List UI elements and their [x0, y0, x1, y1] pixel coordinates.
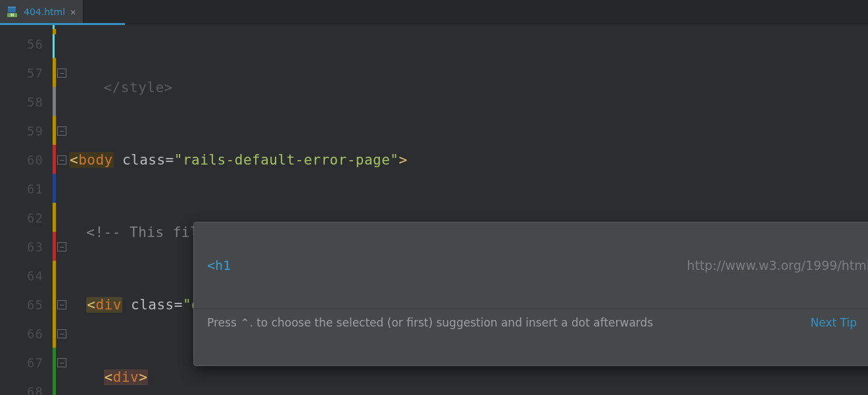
line-number[interactable]: 64: [0, 261, 53, 290]
line-number[interactable]: 56: [0, 30, 53, 59]
close-tab-icon[interactable]: ✕: [70, 7, 76, 17]
more-options-icon[interactable]: ⋮: [865, 316, 868, 330]
fold-toggle-icon[interactable]: [57, 126, 66, 136]
fold-toggle-icon[interactable]: [57, 68, 66, 78]
line-number[interactable]: 65: [0, 290, 53, 319]
fold-toggle-icon[interactable]: [57, 242, 66, 251]
line-number[interactable]: 61: [0, 174, 53, 203]
fold-toggle-icon[interactable]: [57, 300, 66, 309]
code-completion-popup: <h1 http://www.w3.org/1999/html Press ⌃.…: [193, 222, 868, 366]
code-editor[interactable]: </style> <body class="rails-default-erro…: [69, 24, 868, 395]
fold-toggle-icon[interactable]: [57, 329, 66, 338]
line-number[interactable]: 58: [0, 88, 53, 117]
tab-filename: 404.html: [24, 7, 65, 17]
svg-text:H: H: [11, 13, 14, 17]
code-line[interactable]: </style>: [69, 73, 868, 102]
completion-hint-text: Press ⌃. to choose the selected (or firs…: [207, 316, 653, 329]
fold-toggle-icon[interactable]: [57, 358, 66, 367]
line-number-gutter: 56 57 58 59 60 61 62 63 64 65 66 67 68: [0, 24, 53, 395]
line-number[interactable]: 60: [0, 145, 53, 174]
completion-item[interactable]: <h1 http://www.w3.org/1999/html: [194, 251, 868, 279]
line-number[interactable]: 66: [0, 319, 53, 348]
html-file-icon: H: [7, 6, 18, 18]
next-tip-link[interactable]: Next Tip: [811, 316, 857, 329]
completion-namespace: http://www.w3.org/1999/html: [687, 258, 868, 273]
svg-rect-1: [8, 7, 16, 8]
fold-toggle-icon[interactable]: [57, 155, 66, 165]
line-number[interactable]: 68: [0, 377, 53, 395]
completion-hint-row: Press ⌃. to choose the selected (or firs…: [194, 308, 868, 336]
completion-suggestion: <h1: [207, 257, 231, 273]
code-line[interactable]: <body class="rails-default-error-page">: [69, 145, 868, 174]
line-number[interactable]: 67: [0, 348, 53, 377]
editor-area: 56 57 58 59 60 61 62 63 64 65 66 67 68 <…: [0, 24, 868, 395]
marker-stripe: [53, 24, 57, 395]
line-number[interactable]: 57: [0, 59, 53, 88]
tab-bar: H 404.html ✕: [0, 0, 868, 24]
line-number[interactable]: 62: [0, 203, 53, 232]
line-number[interactable]: 63: [0, 232, 53, 261]
file-tab-404-html[interactable]: H 404.html ✕: [0, 0, 84, 24]
line-number[interactable]: 59: [0, 117, 53, 145]
code-line[interactable]: <div>: [69, 363, 868, 392]
